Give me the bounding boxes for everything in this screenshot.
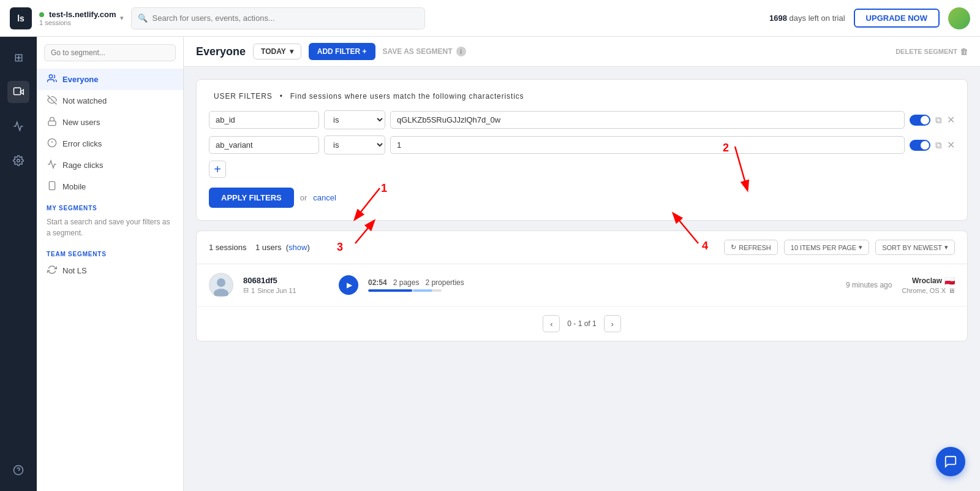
pagination-next-button[interactable]: › — [604, 315, 621, 332]
session-city: Wroclaw 🇵🇱 — [912, 276, 955, 286]
filter-op-select-2[interactable]: is is not contains — [324, 135, 385, 154]
segment-sidebar: Everyone Not watched New users Error cli… — [37, 37, 184, 491]
sidebar-item-not-ls[interactable]: Not LS — [37, 260, 183, 281]
pagination: ‹ 0 - 1 of 1 › — [197, 306, 967, 341]
sidebar-item-everyone[interactable]: Everyone — [37, 69, 183, 90]
error-clicks-icon — [47, 138, 58, 150]
sidebar-item-new-users[interactable]: New users — [37, 112, 183, 133]
session-avatar — [209, 273, 233, 297]
filter-row-1: is is not contains ⧉ ✕ — [209, 110, 955, 129]
session-time: 9 minutes ago — [818, 281, 892, 289]
sidebar-icon-settings[interactable] — [7, 150, 29, 172]
sidebar-item-mobile-label: Mobile — [62, 182, 86, 191]
topnav-right: 1698 days left on trial UPGRADE NOW — [769, 7, 970, 29]
items-per-page-chevron-icon: ▾ — [859, 243, 862, 251]
sidebar-item-mobile[interactable]: Mobile — [37, 176, 183, 197]
sidebar-icon-help[interactable] — [7, 459, 29, 481]
filter-value-input-1[interactable] — [390, 111, 905, 129]
session-pages: 2 pages — [393, 278, 420, 287]
rage-clicks-icon — [47, 159, 58, 171]
filter-card: USER FILTERS • Find sessions where users… — [196, 79, 968, 221]
annotated-area: USER FILTERS • Find sessions where users… — [196, 79, 968, 341]
everyone-icon — [47, 74, 58, 85]
svg-point-18 — [217, 278, 225, 287]
sidebar-item-new-users-label: New users — [62, 118, 100, 127]
content-area: Everyone TODAY ▾ ADD FILTER + SAVE AS SE… — [184, 37, 980, 491]
sidebar-item-not-watched[interactable]: Not watched — [37, 90, 183, 112]
or-label: or — [300, 193, 307, 202]
filter-field-input-1[interactable] — [209, 111, 319, 129]
sidebar-item-rage-clicks[interactable]: Rage clicks — [37, 154, 183, 176]
apply-filters-button[interactable]: APPLY FILTERS — [209, 188, 294, 208]
logo: ls — [10, 7, 32, 29]
site-selector[interactable]: test-ls.netlify.com 1 sessions ▾ — [39, 10, 124, 26]
sidebar-item-everyone-label: Everyone — [62, 75, 99, 84]
refresh-button[interactable]: ↻ REFRESH — [724, 240, 778, 255]
svg-point-2 — [17, 159, 20, 162]
filter-copy-button-2[interactable]: ⧉ — [935, 140, 942, 151]
icon-sidebar: ⊞ — [0, 37, 37, 491]
sidebar-item-error-clicks[interactable]: Error clicks — [37, 133, 183, 154]
refresh-icon: ↻ — [731, 243, 736, 251]
chat-button[interactable] — [936, 447, 965, 476]
sidebar-icon-video[interactable] — [7, 81, 29, 103]
sidebar-item-rage-clicks-label: Rage clicks — [62, 161, 103, 170]
page-title: Everyone — [196, 45, 246, 58]
sidebar-icon-chart[interactable] — [7, 115, 29, 137]
filter-field-input-2[interactable] — [209, 136, 319, 154]
play-button[interactable]: ▶ — [339, 275, 358, 295]
save-segment-button[interactable]: SAVE AS SEGMENT i — [383, 47, 466, 56]
sidebar-item-error-clicks-label: Error clicks — [62, 139, 102, 148]
add-condition-button[interactable]: + — [209, 161, 226, 178]
save-segment-info-icon: i — [456, 47, 466, 56]
sidebar-icon-grid[interactable]: ⊞ — [7, 47, 29, 69]
svg-point-5 — [49, 75, 52, 78]
filter-remove-button-2[interactable]: ✕ — [947, 139, 955, 151]
sort-button[interactable]: SORT BY NEWEST ▾ — [875, 240, 955, 255]
not-ls-icon — [47, 265, 58, 276]
sidebar-item-not-ls-label: Not LS — [62, 266, 87, 275]
main-content: USER FILTERS • Find sessions where users… — [184, 67, 980, 491]
session-stats-top: 02:54 2 pages 2 properties — [368, 278, 466, 287]
new-users-icon — [47, 116, 58, 128]
session-duration: 02:54 — [368, 278, 387, 287]
session-info: 80681df5 ⊟ 1 Since Jun 11 — [243, 276, 329, 294]
site-info: test-ls.netlify.com 1 sessions — [39, 10, 116, 26]
session-location: Wroclaw 🇵🇱 Chrome, OS X 🖥 — [902, 276, 955, 294]
delete-segment-button[interactable]: DELETE SEGMENT 🗑 — [895, 47, 968, 56]
search-input[interactable] — [153, 13, 418, 23]
svg-rect-7 — [48, 121, 56, 125]
filter-header: USER FILTERS • Find sessions where users… — [209, 92, 955, 101]
pagination-prev-button[interactable]: ‹ — [543, 315, 560, 332]
filter-copy-button-1[interactable]: ⧉ — [935, 115, 942, 126]
results-header-right: ↻ REFRESH 10 ITEMS PER PAGE ▾ SORT BY NE… — [724, 240, 955, 255]
not-watched-icon — [47, 95, 58, 107]
pagination-range: 0 - 1 of 1 — [567, 319, 596, 328]
avatar[interactable] — [948, 7, 970, 29]
search-bar[interactable]: 🔍 — [131, 7, 425, 29]
svg-rect-0 — [14, 88, 21, 94]
segment-search-input[interactable] — [44, 44, 176, 61]
team-segments-label: TEAM SEGMENTS — [37, 243, 183, 260]
topnav: ls test-ls.netlify.com 1 sessions ▾ 🔍 16… — [0, 0, 980, 37]
today-button[interactable]: TODAY ▾ — [253, 44, 301, 59]
filter-op-select-1[interactable]: is is not contains — [324, 110, 385, 129]
show-users-link[interactable]: show — [288, 243, 307, 252]
session-stats: 02:54 2 pages 2 properties — [368, 278, 466, 292]
upgrade-button[interactable]: UPGRADE NOW — [854, 9, 940, 28]
results-count: 1 sessions 1 users (show) — [209, 243, 310, 252]
desktop-icon: 🖥 — [948, 287, 955, 294]
main-layout: ⊞ Everyone Not watched — [0, 37, 980, 491]
filter-value-input-2[interactable] — [390, 136, 905, 154]
filter-toggle-1[interactable] — [910, 115, 930, 126]
session-meta: ⊟ 1 Since Jun 11 — [243, 286, 329, 294]
items-per-page-button[interactable]: 10 ITEMS PER PAGE ▾ — [784, 240, 869, 255]
delete-segment-trash-icon: 🗑 — [960, 47, 968, 56]
apply-filters-section: APPLY FILTERS or cancel — [209, 188, 955, 208]
filter-remove-button-1[interactable]: ✕ — [947, 114, 955, 126]
sidebar-item-not-watched-label: Not watched — [62, 96, 107, 105]
filter-row-2: is is not contains ⧉ ✕ — [209, 135, 955, 154]
add-filter-button[interactable]: ADD FILTER + — [309, 43, 375, 60]
filter-toggle-2[interactable] — [910, 140, 930, 151]
cancel-link[interactable]: cancel — [313, 193, 336, 202]
